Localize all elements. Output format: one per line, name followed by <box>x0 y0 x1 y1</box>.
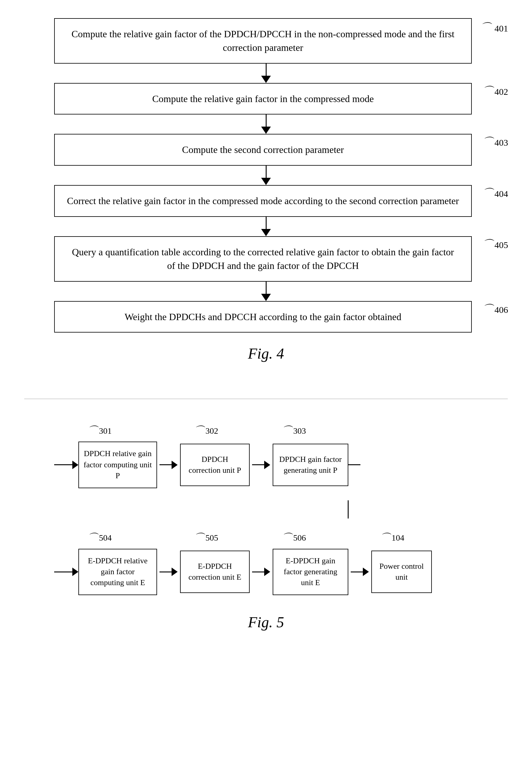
flow-text-404: Correct the relative gain factor in the … <box>67 194 459 208</box>
box-504: E-DPDCH relative gain factor computing u… <box>78 549 157 595</box>
arrow-504-505 <box>160 568 178 576</box>
flow-box-402: Compute the relative gain factor in the … <box>54 83 472 115</box>
top-row: ⌒ 301 ⌒ 302 ⌒ 303 DPDCH re <box>54 423 478 488</box>
right-line-top <box>348 464 361 465</box>
arrow-301-302 <box>160 461 178 469</box>
step-label-406: ⌒ 406 <box>482 305 508 315</box>
input-arrow-top <box>54 461 78 469</box>
divider <box>24 399 508 399</box>
arrow-1 <box>261 64 271 83</box>
bottom-row: ⌒ 504 ⌒ 505 ⌒ 506 ⌒ 104 <box>54 531 478 595</box>
flowchart: Compute the relative gain factor of the … <box>54 18 478 333</box>
flow-box-406: Weight the DPDCHs and DPCCH according to… <box>54 301 472 333</box>
label-505: ⌒ 505 <box>193 531 218 546</box>
box-104: Power control unit <box>371 551 432 593</box>
arrow-506-104 <box>351 568 369 576</box>
label-303: ⌒ 303 <box>281 423 306 438</box>
vertical-connector <box>348 500 349 518</box>
fig4-section: Compute the relative gain factor of the … <box>24 18 508 380</box>
step-404: Correct the relative gain factor in the … <box>54 185 478 217</box>
flow-box-403: Compute the second correction parameter <box>54 134 472 166</box>
step-401: Compute the relative gain factor of the … <box>54 18 478 64</box>
fig5-section: ⌒ 301 ⌒ 302 ⌒ 303 DPDCH re <box>24 423 508 649</box>
flow-text-406: Weight the DPDCHs and DPCCH according to… <box>125 310 402 324</box>
step-label-402: ⌒ 402 <box>482 87 508 97</box>
step-403: Compute the second correction parameter … <box>54 134 478 166</box>
flow-box-401: Compute the relative gain factor of the … <box>54 18 472 64</box>
box-303: DPDCH gain factor generating unit P <box>273 444 348 486</box>
label-302: ⌒ 302 <box>193 423 218 438</box>
flow-text-401: Compute the relative gain factor of the … <box>67 27 459 54</box>
arrow-4 <box>261 217 271 236</box>
step-402: Compute the relative gain factor in the … <box>54 83 478 115</box>
page-container: Compute the relative gain factor of the … <box>0 0 532 762</box>
fig5-caption: Fig. 5 <box>248 613 284 631</box>
block-diagram: ⌒ 301 ⌒ 302 ⌒ 303 DPDCH re <box>54 423 478 595</box>
arrow-302-303 <box>252 461 270 469</box>
flow-box-404: Correct the relative gain factor in the … <box>54 185 472 217</box>
step-406: Weight the DPDCHs and DPCCH according to… <box>54 301 478 333</box>
label-504: ⌒ 504 <box>87 531 112 546</box>
label-104: ⌒ 104 <box>379 531 404 546</box>
arrow-3 <box>261 166 271 185</box>
flow-box-405: Query a quantification table according t… <box>54 236 472 282</box>
flow-text-405: Query a quantification table according t… <box>67 245 459 272</box>
arrow-5 <box>261 282 271 301</box>
step-label-404: ⌒ 404 <box>482 189 508 199</box>
arrow-505-506 <box>252 568 270 576</box>
box-506: E-DPDCH gain factor generating unit E <box>273 549 348 595</box>
fig4-caption: Fig. 4 <box>248 344 284 362</box>
flow-text-403: Compute the second correction parameter <box>182 143 344 157</box>
box-302: DPDCH correction unit P <box>180 444 250 486</box>
arrow-2 <box>261 114 271 134</box>
step-label-405: ⌒ 405 <box>482 240 508 250</box>
step-label-401: ⌒ 401 <box>480 22 508 34</box>
step-405: Query a quantification table according t… <box>54 236 478 282</box>
step-label-403: ⌒ 403 <box>482 137 508 148</box>
input-arrow-bottom <box>54 568 78 576</box>
box-505: E-DPDCH correction unit E <box>180 551 250 593</box>
label-301: ⌒ 301 <box>87 423 112 438</box>
flow-text-402: Compute the relative gain factor in the … <box>152 92 374 106</box>
label-506: ⌒ 506 <box>281 531 306 546</box>
box-301: DPDCH relative gain factor computing uni… <box>78 442 157 488</box>
